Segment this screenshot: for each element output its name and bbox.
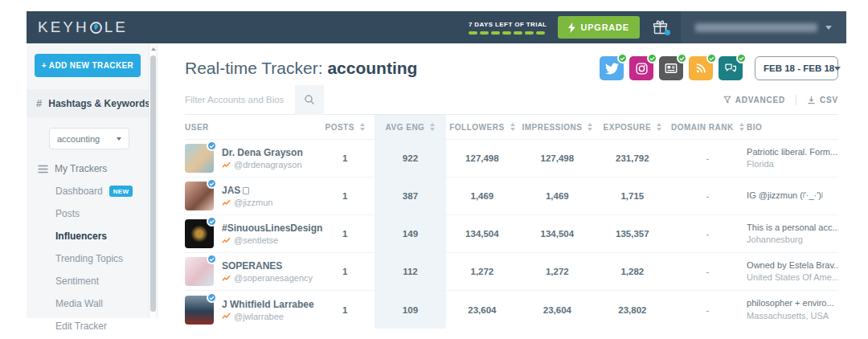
search-button[interactable] (295, 85, 324, 115)
sort-icon[interactable] (360, 123, 365, 131)
account-email-blurred (695, 23, 817, 32)
sidebar-item-media-wall[interactable]: Media Wall (38, 292, 149, 315)
rss-source-toggle[interactable] (689, 56, 713, 80)
column-header-posts[interactable]: POSTS (316, 115, 375, 139)
sort-icon[interactable] (588, 123, 592, 131)
sidebar-item-my-trackers[interactable]: My Trackers (38, 157, 149, 180)
table-row[interactable]: SOPERANES @soperanesagency 1 112 1,272 1… (185, 253, 838, 291)
connected-check-badge (677, 53, 687, 63)
table-header-row: USER POSTS AVG ENG FOLLOWERS IMPRESSIONS… (185, 115, 838, 140)
column-header-avg-eng[interactable]: AVG ENG (375, 115, 446, 139)
connected-check-badge (617, 53, 628, 63)
date-range-selector[interactable]: FEB 18 - FEB 18 (755, 56, 838, 80)
user-name[interactable]: J Whitfield Larrabee (222, 299, 314, 310)
topbar-right: 7 DAYS LEFT OF TRIAL UPGRADE (469, 11, 846, 43)
page-body: + ADD NEW TRACKER # Hashtags & Keywords … (27, 43, 846, 329)
cell-avg-eng: 109 (375, 291, 446, 329)
scrollbar-thumb[interactable] (150, 55, 156, 312)
filter-accounts-input[interactable] (185, 95, 295, 104)
csv-export-button[interactable]: CSV (807, 96, 838, 104)
news-icon (664, 61, 678, 76)
table-row[interactable]: Dr. Dena Grayson @drdenagrayson 1 922 12… (185, 140, 838, 178)
user-handle[interactable]: @jwlarrabee (222, 312, 314, 321)
cell-followers: 127,498 (446, 140, 518, 177)
news-source-toggle[interactable] (659, 56, 683, 80)
sidebar-item-sentiment[interactable]: Sentiment (38, 270, 149, 292)
sidebar-item-posts[interactable]: Posts (38, 202, 149, 225)
section-label: Hashtags & Keywords (48, 98, 150, 109)
table-row[interactable]: #SinuousLinesDesign @sentletse 1 149 134… (185, 215, 838, 253)
user-handle[interactable]: @soperanesagency (222, 273, 313, 283)
trend-icon (222, 275, 231, 282)
advanced-label: ADVANCED (735, 96, 785, 104)
sidebar-section-hashtags-keywords[interactable]: # Hashtags & Keywords (27, 89, 149, 117)
vertical-scrollbar[interactable] (149, 43, 158, 318)
twitter-icon (605, 62, 619, 76)
cell-exposure: 135,357 (596, 215, 668, 252)
upgrade-button[interactable]: UPGRADE (558, 16, 640, 39)
column-header-domain-rank[interactable]: DOMAIN RANK (669, 115, 747, 139)
instagram-source-toggle[interactable] (629, 56, 653, 80)
sort-icon[interactable] (657, 123, 661, 131)
twitter-source-toggle[interactable] (600, 56, 624, 80)
user-name[interactable]: SOPERANES (222, 260, 313, 272)
user-handle[interactable]: @sentletse (222, 235, 322, 245)
forums-source-toggle[interactable] (719, 56, 743, 80)
lightning-icon (568, 22, 575, 33)
column-header-followers[interactable]: FOLLOWERS (446, 115, 518, 139)
table-row[interactable]: JAS @jizzmun 1 387 1,469 1,469 1,715 - I… (185, 178, 838, 215)
verified-badge-icon (207, 178, 217, 189)
sort-icon[interactable] (739, 123, 744, 131)
sidebar-item-label: My Trackers (55, 163, 107, 174)
cell-followers: 23,604 (446, 291, 518, 329)
user-name[interactable]: JAS (222, 185, 272, 196)
topbar: KEYH LE 7 DAYS LEFT OF TRIAL UPGRADE (27, 11, 846, 43)
user-handle[interactable]: @drdenagrayson (222, 160, 303, 170)
title-prefix: Real-time Tracker: (185, 59, 327, 77)
instagram-icon (635, 62, 649, 76)
cell-posts: 1 (316, 215, 375, 252)
csv-label: CSV (820, 96, 838, 104)
cell-avg-eng: 387 (375, 178, 446, 214)
sidebar-item-dashboard[interactable]: Dashboard NEW (38, 180, 149, 202)
sidebar-item-edit-tracker[interactable]: Edit Tracker (38, 315, 149, 337)
user-handle[interactable]: @jizzmun (222, 198, 272, 207)
gift-icon[interactable] (652, 19, 669, 36)
sidebar-item-influencers[interactable]: Influencers (38, 225, 149, 247)
tracker-select[interactable]: accounting (49, 128, 129, 149)
advanced-filter-button[interactable]: ADVANCED (723, 96, 785, 104)
verified-badge-icon (207, 292, 217, 303)
sidebar-menu: My Trackers Dashboard NEW Posts Influenc… (27, 153, 149, 337)
sort-icon[interactable] (510, 123, 515, 131)
sidebar-item-trending-topics[interactable]: Trending Topics (38, 247, 149, 270)
add-new-tracker-button[interactable]: + ADD NEW TRACKER (35, 54, 141, 77)
account-menu[interactable] (681, 11, 846, 43)
sort-icon[interactable] (430, 123, 435, 131)
table-row[interactable]: J Whitfield Larrabee @jwlarrabee 1 109 2… (185, 291, 838, 329)
connected-check-badge (706, 53, 717, 63)
cell-followers: 134,504 (446, 215, 518, 252)
missing-glyph-box (243, 187, 249, 194)
cell-domain-rank: - (669, 140, 747, 177)
cell-impressions: 134,504 (518, 215, 597, 252)
main-header: Real-time Tracker: accounting (185, 43, 838, 85)
app-window: KEYH LE 7 DAYS LEFT OF TRIAL UPGRADE (27, 11, 846, 329)
cell-bio: Owned by Estela Brav...United States Of … (747, 253, 838, 290)
cell-posts: 1 (316, 178, 375, 214)
column-header-exposure[interactable]: EXPOSURE (596, 115, 668, 139)
sidebar-item-label: Posts (55, 208, 80, 219)
trend-icon (222, 312, 231, 320)
cell-avg-eng: 922 (375, 140, 446, 177)
title-tracker-name: accounting (327, 59, 417, 77)
scroll-up-arrow-icon[interactable] (151, 47, 156, 51)
verified-badge-icon (207, 141, 217, 151)
sidebar-item-label: Sentiment (55, 276, 99, 287)
column-header-impressions[interactable]: IMPRESSIONS (518, 115, 597, 139)
avatar (185, 182, 214, 210)
cell-domain-rank: - (669, 291, 747, 329)
user-name[interactable]: Dr. Dena Grayson (222, 147, 303, 158)
trial-status: 7 DAYS LEFT OF TRIAL (469, 21, 547, 35)
user-name[interactable]: #SinuousLinesDesign (222, 223, 322, 234)
keyhole-logo[interactable]: KEYH LE (27, 18, 139, 36)
main-content: Real-time Tracker: accounting (158, 43, 846, 329)
